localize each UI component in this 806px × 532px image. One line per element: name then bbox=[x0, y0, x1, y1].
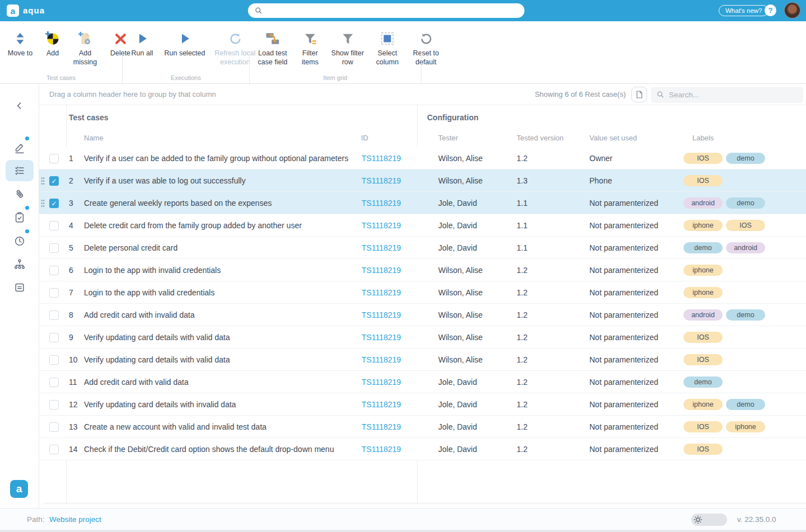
row-checkbox[interactable] bbox=[49, 333, 59, 342]
settings-toggle[interactable] bbox=[691, 514, 727, 526]
add-missing-button[interactable]: Add missing bbox=[71, 30, 100, 67]
add-missing-icon bbox=[78, 30, 92, 47]
label-chip: demo bbox=[683, 376, 723, 388]
test-case-id-link[interactable]: TS1118219 bbox=[362, 371, 401, 393]
filter-items-button[interactable]: Filter items bbox=[298, 30, 322, 67]
user-avatar[interactable] bbox=[784, 2, 800, 18]
add-button[interactable]: Add bbox=[43, 30, 63, 58]
ribbon-group-caption: Executions bbox=[123, 74, 249, 81]
refresh-icon bbox=[228, 30, 242, 47]
show-filter-row-button[interactable]: Show filter row bbox=[330, 30, 365, 67]
select-column-icon bbox=[380, 30, 395, 47]
test-case-id-link[interactable]: TS1118219 bbox=[362, 438, 401, 460]
table-row[interactable]: 13 Create a new account with valid and i… bbox=[39, 416, 806, 438]
table-row[interactable]: 3 Create general weekly reports based on… bbox=[39, 192, 806, 214]
sidebar-item-notes[interactable] bbox=[0, 277, 39, 298]
run-icon bbox=[135, 30, 149, 47]
row-checkbox[interactable] bbox=[49, 266, 59, 275]
test-case-id-link[interactable]: TS1118219 bbox=[362, 281, 401, 304]
add-icon bbox=[45, 30, 60, 47]
label-chip: IOS bbox=[726, 220, 765, 231]
table-row[interactable]: 12 Verify updating card details with inv… bbox=[39, 393, 806, 416]
label-chip: demo bbox=[726, 153, 765, 164]
document-icon bbox=[635, 90, 644, 99]
row-checkbox[interactable] bbox=[49, 288, 59, 298]
test-case-id-link[interactable]: TS1118219 bbox=[362, 416, 401, 438]
table-row[interactable]: 9 Verify updating card details with vali… bbox=[39, 326, 806, 349]
document-button[interactable] bbox=[631, 87, 647, 102]
test-case-id-link[interactable]: TS1118219 bbox=[362, 304, 401, 326]
path-project-link[interactable]: Website project bbox=[49, 515, 101, 524]
hierarchy-icon bbox=[13, 258, 26, 270]
row-checkbox[interactable] bbox=[49, 310, 59, 320]
sidebar-item-history[interactable] bbox=[0, 230, 39, 252]
test-case-id-link[interactable]: TS1118219 bbox=[362, 170, 401, 192]
row-checkbox[interactable] bbox=[49, 176, 59, 186]
test-case-id-link[interactable]: TS1118219 bbox=[362, 147, 401, 170]
collapse-sidebar-button[interactable] bbox=[0, 95, 39, 116]
table-row[interactable]: 8 Add credit card with invalid data TS11… bbox=[39, 304, 806, 326]
test-case-id-link[interactable]: TS1118219 bbox=[362, 237, 401, 259]
run-selected-button[interactable]: Run selected bbox=[164, 30, 205, 58]
tester-value: Wilson, Alise bbox=[438, 170, 482, 192]
table-row[interactable]: 4 Delete credit card from the family gro… bbox=[39, 214, 806, 237]
table-row[interactable]: 7 Login to the app with valid credential… bbox=[39, 281, 806, 304]
test-case-id-link[interactable]: TS1118219 bbox=[362, 192, 401, 214]
labels-cell: iphoneIOS bbox=[683, 214, 765, 237]
sidebar-item-dependencies[interactable] bbox=[0, 253, 39, 275]
row-checkbox[interactable] bbox=[49, 221, 59, 230]
row-checkbox[interactable] bbox=[49, 378, 59, 387]
test-case-id-link[interactable]: TS1118219 bbox=[362, 214, 401, 237]
tested-version-value: 1.2 bbox=[517, 438, 527, 460]
sidebar-item-edit[interactable] bbox=[0, 138, 39, 159]
drag-handle-icon[interactable] bbox=[41, 177, 45, 185]
global-search-input[interactable] bbox=[248, 3, 524, 18]
sidebar-item-attachments[interactable] bbox=[0, 183, 39, 205]
help-icon[interactable]: ? bbox=[765, 4, 776, 16]
column-header-id[interactable]: ID bbox=[361, 134, 368, 142]
drag-handle-icon[interactable] bbox=[41, 199, 45, 208]
load-test-case-field-button[interactable]: Load test case field bbox=[255, 30, 290, 67]
row-checkbox[interactable] bbox=[49, 400, 59, 409]
column-header-value-set[interactable]: Value set used bbox=[589, 134, 637, 142]
select-column-button[interactable]: Select column bbox=[373, 30, 402, 67]
label-chip: IOS bbox=[683, 332, 723, 343]
column-header-name[interactable]: Name bbox=[84, 134, 104, 142]
table-row[interactable]: 1 Verify if a user can be added to the f… bbox=[39, 147, 806, 170]
button-label: Add bbox=[46, 49, 59, 58]
test-case-name: Delete credit card from the family group… bbox=[84, 214, 358, 237]
row-checkbox[interactable] bbox=[49, 243, 59, 253]
table-row[interactable]: 14 Check if the Debit/Credit card option… bbox=[39, 438, 806, 460]
test-case-id-link[interactable]: TS1118219 bbox=[362, 326, 401, 349]
sidebar-item-test-cases[interactable] bbox=[0, 160, 39, 181]
test-case-name: Delete personal credit card bbox=[84, 237, 358, 259]
value-set-value: Not paramenterized bbox=[589, 304, 658, 326]
table-row[interactable]: 10 Verify updating card details with val… bbox=[39, 349, 806, 371]
table-row[interactable]: 5 Delete personal credit card TS1118219 … bbox=[39, 237, 806, 259]
tested-version-value: 1.2 bbox=[517, 304, 527, 326]
row-number: 9 bbox=[69, 326, 73, 349]
row-checkbox[interactable] bbox=[49, 422, 59, 432]
column-header-labels[interactable]: Labels bbox=[692, 134, 714, 142]
table-row[interactable]: 11 Add credit card with valid data TS111… bbox=[39, 371, 806, 393]
reset-to-default-button[interactable]: Reset to default bbox=[410, 30, 442, 67]
test-case-id-link[interactable]: TS1118219 bbox=[362, 393, 401, 416]
test-case-name: Create general weekly reports based on t… bbox=[84, 192, 358, 214]
test-case-id-link[interactable]: TS1118219 bbox=[362, 349, 401, 371]
table-row[interactable]: 2 Verify if a user was able to log out s… bbox=[39, 170, 806, 192]
sidebar-item-tasks[interactable] bbox=[0, 207, 39, 228]
test-case-name: Create a new account with valid and inva… bbox=[84, 416, 358, 438]
row-number: 4 bbox=[69, 214, 73, 237]
row-checkbox[interactable] bbox=[49, 445, 59, 454]
whats-new-button[interactable]: What's new? bbox=[719, 5, 768, 16]
column-header-tester[interactable]: Tester bbox=[438, 134, 458, 142]
test-case-id-link[interactable]: TS1118219 bbox=[362, 259, 401, 281]
table-row[interactable]: 6 Login to the app with invalid credenti… bbox=[39, 259, 806, 281]
run-all-button[interactable]: Run all bbox=[128, 30, 156, 58]
row-checkbox[interactable] bbox=[49, 154, 59, 163]
row-checkbox[interactable] bbox=[49, 355, 59, 365]
column-header-tested-version[interactable]: Tested version bbox=[517, 134, 564, 142]
move-to-button[interactable]: Move to bbox=[6, 30, 35, 58]
row-checkbox[interactable] bbox=[49, 199, 59, 208]
grid-search-input[interactable] bbox=[651, 87, 803, 103]
